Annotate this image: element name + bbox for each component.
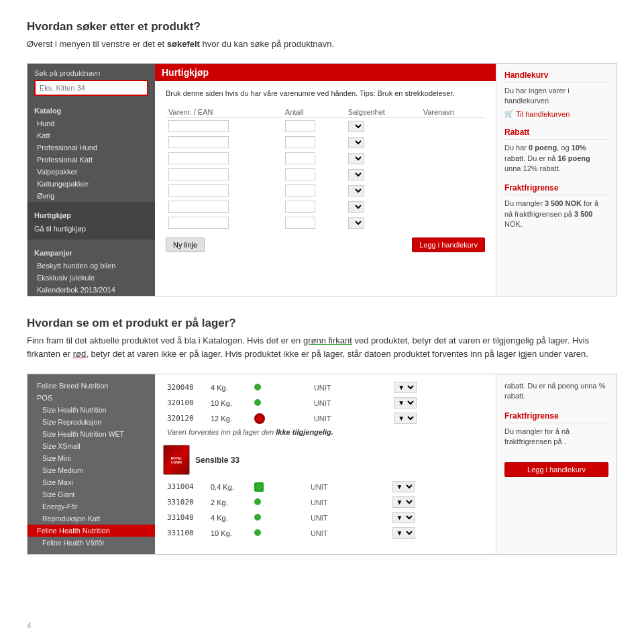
mockup1: Søk på produktnavn Katalog Hund Katt Pro… — [27, 63, 617, 297]
antall-input-6[interactable] — [285, 201, 315, 213]
rabatt-title: Rabatt — [504, 127, 608, 140]
sidebar-bottom-pos[interactable]: POS — [28, 392, 155, 404]
table-row: 331100 10 Kg. UNIT ▼ — [163, 525, 488, 541]
sensible-section: ROYALCANIN Sensible 33 331004 0,4 Kg. — [163, 445, 488, 541]
sidebar-bottom-feline-breed[interactable]: Feline Breed Nutrition — [28, 380, 155, 392]
sidebar-item-valpe[interactable]: Valpepakker — [28, 166, 155, 178]
antall-input-1[interactable] — [285, 120, 315, 132]
sidebar-bottom-feline-health-active[interactable]: Feline Health Nutrition — [28, 525, 155, 537]
right-panel-bottom: rabatt. Du er nå poeng unna % rabatt. Fr… — [496, 374, 616, 554]
table-row: 331040 4 Kg. UNIT ▼ — [163, 510, 488, 525]
varenr-input-7[interactable] — [168, 217, 229, 229]
varenr-input-2[interactable] — [168, 136, 229, 148]
unit-select-s4[interactable]: ▼ — [392, 527, 415, 539]
sidebar-item-katt[interactable]: Katt — [28, 129, 155, 142]
quick-row-3 — [166, 150, 485, 166]
section1-subtitle: Øverst i menyen til venstre er det et sø… — [27, 38, 617, 51]
sidebar-bottom-size-repro[interactable]: Size Reproduksjon — [28, 416, 155, 428]
sidebar-item-beskytt[interactable]: Beskytt hunden og bilen — [28, 260, 155, 272]
sidebar-item-hurtigkjop[interactable]: Gå til hurtigkjøp — [28, 222, 155, 235]
sidebar-bottom-size-mini[interactable]: Size Mini — [28, 452, 155, 464]
unit-select-s3[interactable]: ▼ — [392, 512, 415, 523]
salgsenhet-select-4[interactable] — [348, 169, 364, 180]
sidebar-bottom: Feline Breed Nutrition POS Size Health N… — [28, 374, 155, 554]
sidebar-search-area: Søk på produktnavn — [28, 64, 155, 101]
handlekurv-text: Du har ingen varer i handlekurven — [504, 86, 608, 107]
quick-row-1 — [166, 118, 485, 135]
search-input[interactable] — [34, 80, 148, 96]
sidebar-bottom-size-giant[interactable]: Size Giant — [28, 488, 155, 500]
handlekurv-link[interactable]: 🛒 Til handlekurven — [504, 109, 608, 118]
sidebar-item-ovrig[interactable]: Øvrig — [28, 190, 155, 202]
varenr-input-1[interactable] — [168, 120, 229, 132]
quick-btn-row: Ny linje Legg i handlekurv — [166, 237, 485, 252]
sidebar-bottom-size-health-wet[interactable]: Size Health Nutrition WET — [28, 428, 155, 440]
catalog-label: Katalog — [28, 101, 155, 117]
product-image: ROYALCANIN — [163, 445, 190, 475]
hurtigkjop-label: Hurtigkjøp — [28, 206, 155, 222]
antall-input-2[interactable] — [285, 136, 315, 148]
sidebar-bottom-size-health[interactable]: Size Health Nutrition — [28, 404, 155, 416]
sidebar-item-prohund[interactable]: Professional Hund — [28, 142, 155, 154]
table-row: 320100 10 Kg. UNIT ▼ — [163, 395, 488, 411]
handlekurv-panel: Handlekurv Du har ingen varer i handleku… — [504, 70, 608, 119]
mockup2: Feline Breed Nutrition POS Size Health N… — [27, 374, 617, 555]
unit-select-3[interactable]: ▼ — [394, 413, 417, 424]
rabatt-panel: Rabatt Du har 0 poeng, og 10% rabatt. Du… — [504, 127, 608, 174]
sensible-table: 331004 0,4 Kg. UNIT ▼ 331020 2 Kg. — [163, 479, 488, 541]
legg-handlekurv-bottom-button[interactable]: Legg i handlekurv — [504, 462, 608, 477]
antall-input-7[interactable] — [285, 217, 315, 229]
antall-input-5[interactable] — [285, 184, 315, 197]
sidebar-bottom-size-maxi[interactable]: Size Maxi — [28, 476, 155, 488]
antall-input-3[interactable] — [285, 152, 315, 164]
sidebar-bottom-size-xsmall[interactable]: Size XSmall — [28, 440, 155, 452]
unit-select-1[interactable]: ▼ — [394, 382, 417, 393]
section2-desc: Finn fram til det aktuelle produktet ved… — [27, 334, 617, 362]
table-row: 320040 4 Kg. UNIT ▼ — [163, 380, 488, 395]
salgsenhet-select-5[interactable] — [348, 185, 364, 197]
product-table-1: 320040 4 Kg. UNIT ▼ 320100 10 Kg. UNIT ▼ — [163, 380, 488, 426]
sidebar-bottom-vatfor[interactable]: Feline Health Våtfôr — [28, 537, 155, 549]
unavailable-message: Varen forventes inn på lager den Ikke ti… — [163, 426, 488, 438]
fraktfrigrense-bottom-title: Fraktfrigrense — [504, 411, 608, 423]
sidebar: Søk på produktnavn Katalog Hund Katt Pro… — [28, 64, 155, 296]
ny-linje-button[interactable]: Ny linje — [166, 237, 205, 252]
salgsenhet-select-1[interactable] — [348, 121, 364, 132]
hurtigkjop-title: Hurtigkjøp — [155, 64, 496, 81]
quick-row-4 — [166, 166, 485, 182]
fraktfrigrense-text: Du mangler 3 500 NOK for å nå fraktfrigr… — [504, 199, 608, 229]
hurtigkjop-desc: Bruk denne siden hvis du har våre varenu… — [166, 88, 485, 99]
section1-title: Hvordan søker etter et produkt? — [27, 20, 617, 34]
status-dot-red — [254, 413, 265, 424]
salgsenhet-select-7[interactable] — [348, 217, 364, 229]
fraktfrigrense-panel: Fraktfrigrense Du mangler 3 500 NOK for … — [504, 183, 608, 229]
sidebar-bottom-repro-katt[interactable]: Reproduksjon Katt — [28, 513, 155, 525]
status-dot-green-2 — [254, 399, 261, 406]
antall-input-4[interactable] — [285, 168, 315, 180]
sidebar-item-hund[interactable]: Hund — [28, 117, 155, 129]
legg-i-handlekurv-button[interactable]: Legg i handlekurv — [412, 237, 485, 252]
varenr-input-4[interactable] — [168, 168, 229, 180]
table-row: 331020 2 Kg. UNIT ▼ — [163, 494, 488, 510]
salgsenhet-select-3[interactable] — [348, 153, 364, 164]
unit-select-s2[interactable]: ▼ — [392, 496, 415, 508]
salgsenhet-select-6[interactable] — [348, 201, 364, 213]
fraktfrigrense-title: Fraktfrigrense — [504, 183, 608, 195]
col-varenr: Varenr. / EAN — [166, 107, 282, 118]
section1: Hvordan søker etter et produkt? Øverst i… — [27, 20, 617, 51]
varenr-input-3[interactable] — [168, 152, 229, 164]
quick-row-2 — [166, 134, 485, 150]
sidebar-item-kattunge[interactable]: Kattungepakker — [28, 178, 155, 190]
sidebar-item-prokatt[interactable]: Professional Katt — [28, 154, 155, 166]
cart-icon: 🛒 — [504, 109, 514, 118]
sidebar-bottom-size-medium[interactable]: Size Medium — [28, 464, 155, 476]
sidebar-item-kalender[interactable]: Kalenderbok 2013/2014 — [28, 284, 155, 296]
varenr-input-6[interactable] — [168, 201, 229, 213]
sidebar-item-julekule[interactable]: Eksklusiv julekule — [28, 272, 155, 284]
salgsenhet-select-2[interactable] — [348, 137, 364, 148]
unit-select-s1[interactable]: ▼ — [392, 481, 415, 492]
varenr-input-5[interactable] — [168, 184, 229, 197]
product-name-sensible: ROYALCANIN Sensible 33 — [163, 445, 488, 475]
sidebar-bottom-energy[interactable]: Energy-Fôr — [28, 500, 155, 513]
unit-select-2[interactable]: ▼ — [394, 397, 417, 409]
